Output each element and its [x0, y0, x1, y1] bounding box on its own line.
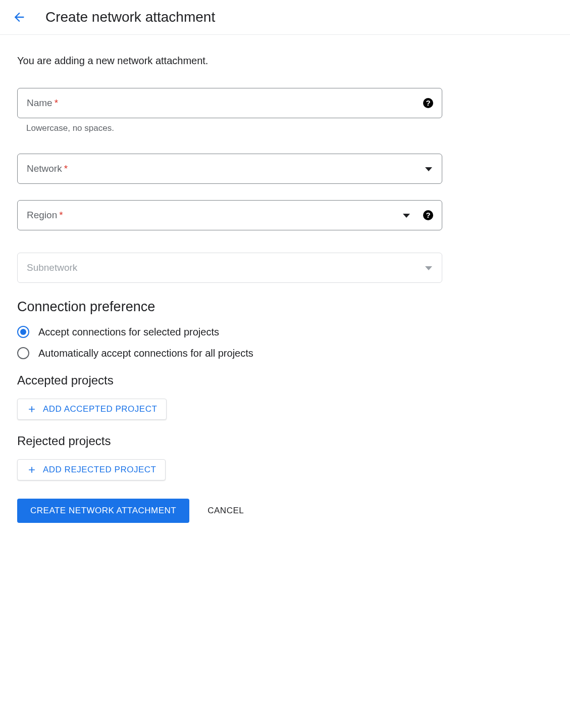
- help-icon: ?: [422, 209, 434, 221]
- page-title: Create network attachment: [45, 9, 215, 25]
- connection-preference-heading: Connection preference: [17, 299, 442, 315]
- network-label: Network*: [27, 163, 68, 174]
- page-header: Create network attachment: [0, 0, 570, 35]
- add-rejected-project-button[interactable]: ADD REJECTED PROJECT: [17, 459, 166, 480]
- cancel-button[interactable]: CANCEL: [208, 506, 244, 516]
- rejected-projects-heading: Rejected projects: [17, 434, 442, 448]
- subnetwork-field-wrap: Subnetwork: [17, 253, 442, 283]
- help-icon: ?: [422, 97, 434, 109]
- region-help-button[interactable]: ?: [422, 209, 434, 221]
- region-select[interactable]: Region*: [17, 200, 442, 230]
- plus-icon: [27, 404, 37, 414]
- radio-icon: [17, 347, 29, 359]
- network-select[interactable]: Network*: [17, 154, 442, 184]
- chevron-down-icon: [425, 167, 432, 171]
- network-dropdown-icon: [425, 164, 432, 173]
- intro-text: You are adding a new network attachment.: [17, 55, 442, 67]
- region-field-wrap: Region* ?: [17, 200, 442, 230]
- arrow-left-icon: [12, 10, 26, 24]
- subnetwork-dropdown-icon: [425, 263, 432, 272]
- radio-all-label: Automatically accept connections for all…: [38, 348, 253, 359]
- plus-icon: [27, 465, 37, 475]
- radio-selected-label: Accept connections for selected projects: [38, 326, 219, 338]
- region-label: Region*: [27, 210, 63, 221]
- form-content: You are adding a new network attachment.…: [0, 35, 459, 543]
- add-rejected-label: ADD REJECTED PROJECT: [43, 465, 156, 475]
- name-hint: Lowercase, no spaces.: [26, 123, 442, 133]
- radio-selected-projects[interactable]: Accept connections for selected projects: [17, 326, 442, 338]
- add-accepted-project-button[interactable]: ADD ACCEPTED PROJECT: [17, 399, 167, 420]
- name-field-wrap: Name* ?: [17, 88, 442, 118]
- svg-text:?: ?: [426, 211, 430, 219]
- region-dropdown-icon: [403, 211, 410, 220]
- back-button[interactable]: [12, 10, 26, 24]
- radio-icon: [17, 326, 29, 338]
- svg-text:?: ?: [426, 99, 430, 107]
- name-input[interactable]: Name*: [17, 88, 442, 118]
- subnetwork-select[interactable]: Subnetwork: [17, 253, 442, 283]
- chevron-down-icon: [425, 266, 432, 270]
- create-button[interactable]: CREATE NETWORK ATTACHMENT: [17, 499, 189, 523]
- accepted-projects-heading: Accepted projects: [17, 373, 442, 387]
- name-label: Name*: [27, 98, 58, 109]
- name-help-button[interactable]: ?: [422, 97, 434, 109]
- network-field-wrap: Network*: [17, 154, 442, 184]
- add-accepted-label: ADD ACCEPTED PROJECT: [43, 404, 157, 414]
- connection-preference-radios: Accept connections for selected projects…: [17, 326, 442, 359]
- chevron-down-icon: [403, 214, 410, 218]
- form-footer: CREATE NETWORK ATTACHMENT CANCEL: [17, 499, 442, 523]
- radio-all-projects[interactable]: Automatically accept connections for all…: [17, 347, 442, 359]
- subnetwork-label: Subnetwork: [27, 262, 77, 273]
